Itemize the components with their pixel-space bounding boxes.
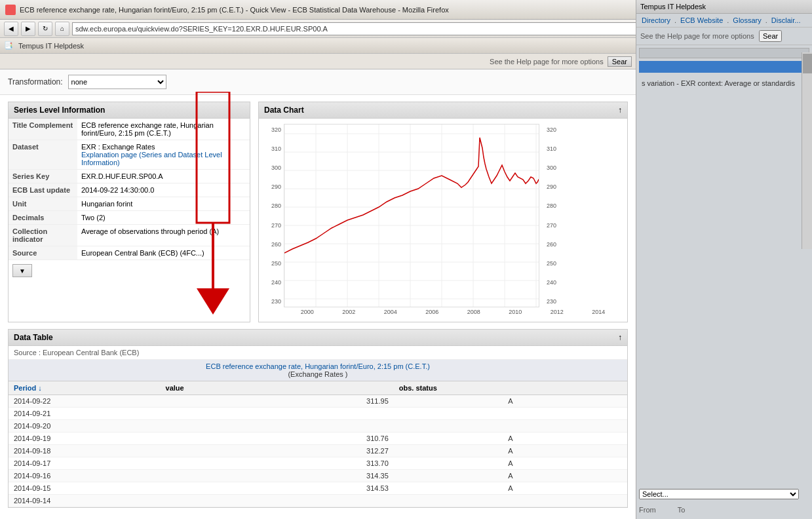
series-row-title: Title Complement ECB reference exchange … xyxy=(9,119,250,140)
data-table-up-icon[interactable]: ↑ xyxy=(618,333,622,342)
data-table: Period ↓ value obs. status 2014-09-22 31… xyxy=(9,381,627,507)
data-table-header-row: Period ↓ value obs. status xyxy=(9,381,627,395)
info-chart-row: Series Level Information Title Complemen… xyxy=(0,95,636,329)
cell-obs-status xyxy=(394,408,627,420)
transformation-bar: Transformation: none xyxy=(0,69,636,95)
sidebar-ecb-link[interactable]: ECB Website xyxy=(680,16,723,24)
cell-value: 311.95 xyxy=(161,395,394,408)
sidebar-description: s variation - EXR context: Average or st… xyxy=(636,75,812,91)
col-status-header: obs. status xyxy=(394,381,627,395)
bookmark-tempus[interactable]: Tempus IT Helpdesk xyxy=(18,42,84,50)
cell-obs-status: A xyxy=(394,432,627,445)
cell-value xyxy=(161,495,394,507)
series-col-subtitle: (Exchange Rates ) xyxy=(14,370,622,378)
explanation-link[interactable]: Explanation page (Series and Dataset Lev… xyxy=(81,151,222,166)
table-row: 2014-09-20 xyxy=(9,420,627,432)
table-row: 2014-09-19 310.76 A xyxy=(9,432,627,445)
col-value-header: value xyxy=(161,381,394,395)
cell-obs-status: A xyxy=(394,482,627,495)
sidebar-desc-text: s variation - EXR context: Average or st… xyxy=(642,79,795,87)
cell-period: 2014-09-20 xyxy=(9,420,161,432)
bookmarks-label: 📑 xyxy=(4,41,13,50)
series-val-title: ECB reference exchange rate, Hungarian f… xyxy=(77,119,250,140)
sidebar-select[interactable]: Select... xyxy=(639,489,799,499)
series-key-key: Series Key xyxy=(9,170,77,183)
data-source: Source : European Central Bank (ECB) xyxy=(9,346,627,360)
series-val-source: European Central Bank (ECB) (4FC...) xyxy=(77,246,250,260)
series-val-dataset: EXR : Exchange Rates Explanation page (S… xyxy=(77,140,250,170)
cell-period: 2014-09-21 xyxy=(9,408,161,420)
chart-svg xyxy=(284,124,539,307)
cell-period: 2014-09-22 xyxy=(9,395,161,408)
period-sort-link[interactable]: Period ↓ xyxy=(14,384,42,392)
series-info-header: Series Level Information xyxy=(9,102,250,119)
sidebar-glossary-link[interactable]: Glossary xyxy=(733,16,761,24)
transformation-select[interactable]: none xyxy=(68,75,166,89)
chart-header: Data Chart ↑ xyxy=(259,102,627,119)
cell-obs-status: A xyxy=(394,470,627,482)
series-key-dataset: Dataset xyxy=(9,140,77,170)
sidebar-directory-link[interactable]: Directory xyxy=(642,16,670,24)
reload-button[interactable]: ↻ xyxy=(38,22,52,36)
cell-obs-status: A xyxy=(394,457,627,470)
chart-svg-container: 320 310 300 290 280 270 260 250 240 230 xyxy=(264,124,622,307)
data-col-header: ECB reference exchange rate, Hungarian f… xyxy=(9,360,627,381)
series-val-decimals: Two (2) xyxy=(77,211,250,225)
table-row: 2014-09-16 314.35 A xyxy=(9,470,627,482)
series-val-key: EXR.D.HUF.EUR.SP00.A xyxy=(77,170,250,183)
chart-title: Data Chart xyxy=(264,106,304,115)
series-row-key: Series Key EXR.D.HUF.EUR.SP00.A xyxy=(9,170,250,183)
series-key-collection: Collection indicator xyxy=(9,225,77,246)
home-button[interactable]: ⌂ xyxy=(55,22,69,36)
cell-value xyxy=(161,420,394,432)
scroll-thumb[interactable] xyxy=(803,54,812,73)
series-key-source: Source xyxy=(9,246,77,260)
help-text: See the Help page for more options xyxy=(490,58,604,66)
cell-period: 2014-09-19 xyxy=(9,432,161,445)
series-key-decimals: Decimals xyxy=(9,211,77,225)
series-row-decimals: Decimals Two (2) xyxy=(9,211,250,225)
series-row-collection: Collection indicator Average of observat… xyxy=(9,225,250,246)
sidebar-vscrollbar[interactable] xyxy=(802,52,812,249)
cell-obs-status xyxy=(394,495,627,507)
series-row-update: ECB Last update 2014-09-22 14:30:00.0 xyxy=(9,183,250,197)
sidebar-dropdown-area: Select... xyxy=(639,489,799,499)
series-info-table: Title Complement ECB reference exchange … xyxy=(9,119,250,260)
sidebar-selected-item[interactable] xyxy=(639,61,809,73)
search-button[interactable]: Sear xyxy=(608,56,632,67)
data-table-section: Data Table ↑ Source : European Central B… xyxy=(8,329,628,508)
x-axis-labels: 2000 2002 2004 2006 2008 2010 2012 2014 xyxy=(264,307,622,317)
cell-obs-status: A xyxy=(394,445,627,457)
series-key-unit: Unit xyxy=(9,197,77,211)
series-row-source: Source European Central Bank (ECB) (4FC.… xyxy=(9,246,250,260)
cell-period: 2014-09-16 xyxy=(9,470,161,482)
forward-button[interactable]: ▶ xyxy=(21,22,35,36)
back-button[interactable]: ◀ xyxy=(4,22,18,36)
series-key-update: ECB Last update xyxy=(9,183,77,197)
cell-period: 2014-09-14 xyxy=(9,495,161,507)
cell-value: 312.27 xyxy=(161,445,394,457)
series-val-unit: Hungarian forint xyxy=(77,197,250,211)
table-row: 2014-09-14 xyxy=(9,495,627,507)
sidebar-disclaimer-link[interactable]: Disclair... xyxy=(771,16,801,24)
cell-period: 2014-09-15 xyxy=(9,482,161,495)
sidebar-search-button[interactable]: Sear xyxy=(759,30,782,42)
chart-box: Data Chart ↑ 320 310 300 290 280 270 xyxy=(258,102,628,322)
right-sidebar: Tempus IT Helpdesk Directory . ECB Websi… xyxy=(636,0,812,519)
table-row: 2014-09-22 311.95 A xyxy=(9,395,627,408)
expand-button[interactable]: ▼ xyxy=(12,264,32,277)
browser-icon xyxy=(5,5,16,15)
sidebar-search-area: See the Help page for more options Sear xyxy=(636,28,812,45)
chart-up-icon[interactable]: ↑ xyxy=(618,106,622,115)
y-axis-left: 320 310 300 290 280 270 260 250 240 230 xyxy=(264,124,284,307)
sidebar-links: Directory . ECB Website . Glossary . Dis… xyxy=(636,14,812,28)
series-val-collection: Average of observations through period (… xyxy=(77,225,250,246)
series-key-title: Title Complement xyxy=(9,119,77,140)
y-axis-right: 320 310 300 290 280 270 260 250 240 230 xyxy=(539,124,559,307)
sidebar-hscrollbar[interactable] xyxy=(639,48,809,58)
data-table-header: Data Table ↑ xyxy=(9,330,627,346)
main-content-area: Transformation: none Series Level Inform… xyxy=(0,69,636,519)
table-row: 2014-09-18 312.27 A xyxy=(9,445,627,457)
cell-obs-status xyxy=(394,420,627,432)
series-info-box: Series Level Information Title Complemen… xyxy=(8,102,250,322)
